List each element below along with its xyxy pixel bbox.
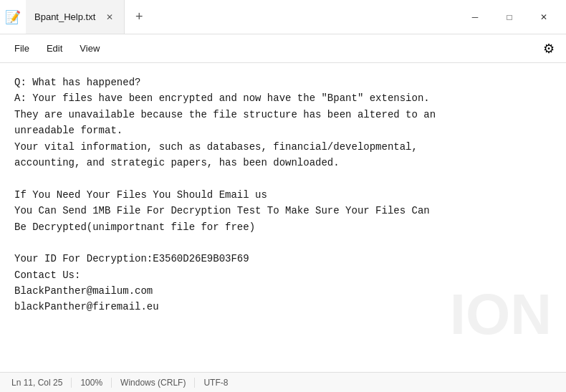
zoom-level: 100% — [72, 378, 112, 388]
tab-close-button[interactable]: ✕ — [104, 11, 115, 23]
menu-bar: File Edit View ⚙ — [0, 34, 566, 63]
active-tab[interactable]: Bpant_Help.txt ✕ — [26, 0, 125, 34]
menu-file[interactable]: File — [6, 40, 38, 57]
menu-view[interactable]: View — [71, 40, 108, 57]
file-content: Q: What has happened? A: Your files have… — [14, 75, 552, 315]
maximize-button[interactable]: □ — [493, 6, 526, 29]
app-icon: 📝 — [6, 10, 20, 24]
new-tab-button[interactable]: + — [128, 6, 150, 29]
menu-edit[interactable]: Edit — [38, 40, 71, 57]
encoding: UTF-8 — [195, 378, 236, 388]
title-bar: 📝 Bpant_Help.txt ✕ + ─ □ ✕ — [0, 0, 566, 34]
minimize-button[interactable]: ─ — [459, 6, 491, 29]
cursor-position: Ln 11, Col 25 — [11, 378, 72, 388]
tab-title: Bpant_Help.txt — [34, 11, 95, 22]
status-bar: Ln 11, Col 25 100% Windows (CRLF) UTF-8 — [0, 372, 566, 392]
tab-area: Bpant_Help.txt ✕ + — [26, 0, 459, 34]
line-ending: Windows (CRLF) — [112, 378, 195, 388]
close-button[interactable]: ✕ — [527, 6, 560, 29]
window-controls: ─ □ ✕ — [459, 6, 560, 29]
text-content-area[interactable]: Q: What has happened? A: Your files have… — [0, 63, 566, 372]
settings-icon[interactable]: ⚙ — [537, 37, 560, 60]
